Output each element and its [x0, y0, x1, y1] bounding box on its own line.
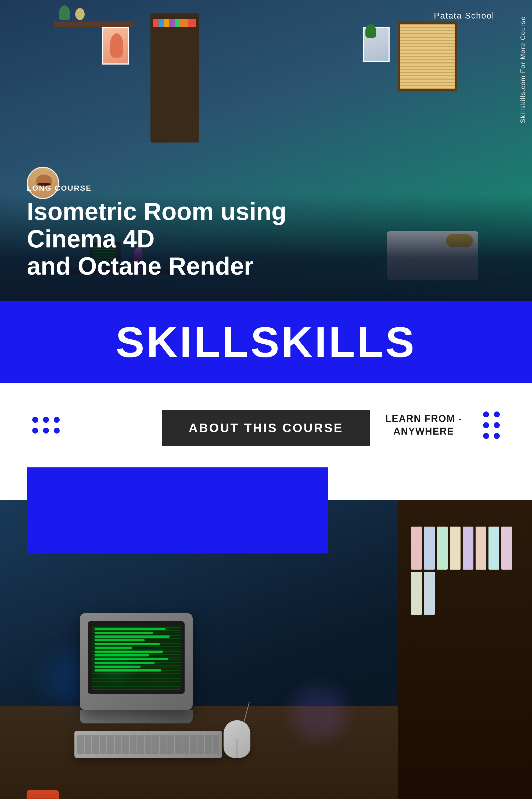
dot-r2 — [494, 412, 500, 417]
book-5 — [463, 527, 473, 569]
ambient-glow-right — [292, 687, 346, 741]
dot-r1 — [483, 412, 489, 417]
dot-5 — [43, 428, 49, 434]
room-window — [398, 21, 457, 91]
dot-6 — [54, 428, 60, 434]
vertical-tagline: Skillskills.com For More Course — [519, 16, 527, 123]
poster-left — [102, 27, 129, 65]
brand-banner: SKILLSKILLS — [0, 301, 532, 383]
keyboard-keys — [77, 735, 220, 754]
screen-line-1 — [95, 628, 166, 630]
book-10 — [424, 572, 435, 615]
book-9 — [411, 572, 422, 615]
mouse-divider — [236, 739, 237, 758]
dot-1 — [32, 417, 38, 423]
dot-r6 — [494, 433, 500, 439]
middle-section: ABOUT THIS COURSE LEARN FROM - ANYWHERE — [0, 383, 532, 467]
screen-line-3 — [95, 635, 170, 638]
bottom-section — [0, 467, 532, 799]
dot-r4 — [494, 422, 500, 428]
course-title-line2: and Octane Render — [27, 252, 254, 280]
learn-line1: LEARN FROM - — [385, 413, 462, 424]
screen-display — [92, 625, 180, 690]
learn-line2: ANYWHERE — [393, 426, 454, 437]
book-6 — [476, 527, 486, 569]
computer-base — [80, 710, 193, 723]
barrel-decoration — [26, 790, 59, 799]
dot-2 — [43, 417, 49, 423]
book-8 — [501, 527, 512, 569]
course-type-label: LONG COURSE — [27, 184, 349, 193]
book-7 — [489, 527, 499, 569]
screen-bezel — [88, 621, 185, 694]
dot-r3 — [483, 422, 489, 428]
screen-glow — [96, 648, 132, 680]
room-plant — [365, 24, 376, 38]
book-1 — [411, 527, 422, 569]
dot-r5 — [483, 433, 489, 439]
keyboard — [74, 731, 222, 758]
dot-4 — [32, 428, 38, 434]
about-course-button[interactable]: ABOUT THIS COURSE — [162, 410, 370, 446]
screen-line-2 — [95, 632, 153, 634]
dot-3 — [54, 417, 60, 423]
shelf-left — [54, 21, 134, 27]
bookshelf-right — [398, 500, 532, 799]
book-4 — [450, 527, 460, 569]
screen-line-4 — [95, 639, 145, 641]
school-name: Patata School — [434, 11, 494, 21]
bookshelf-main — [150, 14, 199, 143]
dots-decoration-right — [483, 412, 500, 439]
dots-decoration-left — [32, 417, 60, 434]
book-2 — [424, 527, 435, 569]
old-computer — [80, 613, 214, 723]
course-title-line1: Isometric Room using Cinema 4D — [27, 198, 286, 252]
blue-accent-block — [27, 467, 328, 553]
screen-line-5 — [95, 643, 159, 645]
brand-name: SKILLSKILLS — [0, 317, 532, 367]
hero-text: LONG COURSE Isometric Room using Cinema … — [27, 184, 349, 280]
monitor-body — [80, 613, 193, 710]
course-title: Isometric Room using Cinema 4D and Octan… — [27, 198, 349, 280]
books-container — [411, 527, 518, 615]
learn-anywhere-text: LEARN FROM - ANYWHERE — [385, 413, 462, 438]
mouse — [224, 720, 250, 758]
hero-section: Patata School Skillskills.com For More C… — [0, 0, 532, 301]
book-3 — [437, 527, 448, 569]
